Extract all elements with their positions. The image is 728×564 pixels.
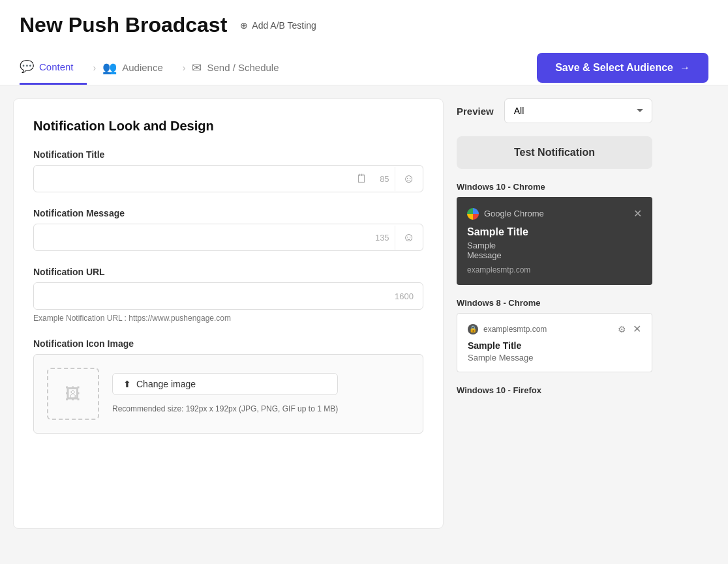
test-notification-button[interactable]: Test Notification: [457, 136, 652, 169]
step-content-label: Content: [39, 61, 74, 72]
header: New Push Broadcast ⊕ Add A/B Testing 💬 C…: [0, 0, 728, 85]
right-panel: Preview All Windows 10 - Chrome Windows …: [444, 85, 665, 542]
step-audience[interactable]: 👥 Audience: [102, 52, 176, 84]
step-send-schedule[interactable]: ✉ Send / Schedule: [192, 52, 292, 84]
steps-nav: 💬 Content › 👥 Audience › ✉ Send / Schedu…: [20, 50, 292, 85]
save-btn-label: Save & Select Audience: [555, 62, 673, 74]
chevron-2: ›: [183, 63, 186, 73]
notification-url-label: Notification URL: [33, 267, 423, 277]
notification-title-label: Notification Title: [33, 149, 423, 160]
win8-actions: ⚙ ✕: [618, 323, 641, 335]
test-notification-label: Test Notification: [514, 147, 595, 158]
win10-close-icon[interactable]: ✕: [633, 207, 642, 220]
change-image-upload-icon: ⬆: [123, 379, 131, 389]
section-title: Notification Look and Design: [33, 119, 423, 134]
win8-chrome-notification: 🔒 examplesmtp.com ⚙ ✕ Sample Title Sampl…: [457, 313, 652, 372]
send-step-icon: ✉: [192, 61, 202, 75]
win8-site-name: examplesmtp.com: [483, 325, 613, 334]
image-upload-info: ⬆ Change image Recommended size: 192px x…: [112, 373, 338, 415]
win8-chrome-notif-header: 🔒 examplesmtp.com ⚙ ✕: [468, 323, 641, 335]
preview-row: Preview All Windows 10 - Chrome Windows …: [457, 98, 652, 123]
notification-url-input-wrapper: 1600: [33, 282, 423, 310]
win10-chrome-os-label: Windows 10 - Chrome: [457, 182, 652, 192]
url-counter: 1600: [386, 291, 423, 301]
win10-chrome-preview-section: Windows 10 - Chrome Google Chrome ✕ Samp…: [457, 182, 652, 285]
win8-notif-message: Sample Message: [468, 353, 641, 363]
image-hint: Recommended size: 192px x 192px (JPG, PN…: [112, 403, 338, 415]
win10-chrome-notif-header: Google Chrome ✕: [467, 207, 642, 220]
notification-message-label: Notification Message: [33, 208, 423, 218]
page-title: New Push Broadcast: [20, 13, 227, 37]
notification-message-input-wrapper: 135 ☺: [33, 224, 423, 251]
save-select-audience-button[interactable]: Save & Select Audience →: [537, 53, 708, 83]
step-content[interactable]: 💬 Content: [20, 50, 87, 85]
main-layout: Notification Look and Design Notificatio…: [0, 85, 728, 542]
win10-firefox-os-label: Windows 10 - Firefox: [457, 385, 652, 395]
message-counter: 135: [370, 233, 395, 243]
url-hint: Example Notification URL : https://www.p…: [33, 314, 423, 323]
add-ab-testing-button[interactable]: ⊕ Add A/B Testing: [240, 20, 316, 31]
preview-label: Preview: [457, 106, 494, 117]
change-image-button[interactable]: ⬆ Change image: [112, 373, 338, 395]
notification-title-group: Notification Title 🗒 85 ☺: [33, 149, 423, 192]
content-step-icon: 💬: [20, 59, 34, 74]
image-placeholder: 🖼: [47, 368, 99, 420]
notification-icon-image-group: Notification Icon Image 🖼 ⬆ Change image…: [33, 338, 423, 434]
add-ab-label: Add A/B Testing: [252, 20, 316, 31]
win10-firefox-preview-section: Windows 10 - Firefox: [457, 385, 652, 400]
win10-notif-title: Sample Title: [467, 226, 642, 238]
win8-site-icon: 🔒: [468, 324, 478, 334]
title-emoji-icon[interactable]: ☺: [395, 167, 423, 191]
win8-chrome-preview-section: Windows 8 - Chrome 🔒 examplesmtp.com ⚙ ✕…: [457, 298, 652, 372]
win8-gear-icon[interactable]: ⚙: [618, 324, 626, 334]
win8-chrome-os-label: Windows 8 - Chrome: [457, 298, 652, 308]
preview-select[interactable]: All Windows 10 - Chrome Windows 8 - Chro…: [504, 98, 652, 123]
notification-title-input-wrapper: 🗒 85 ☺: [33, 165, 423, 192]
header-nav-row: 💬 Content › 👥 Audience › ✉ Send / Schedu…: [20, 50, 708, 85]
title-counter: 85: [374, 174, 394, 184]
win8-notif-title: Sample Title: [468, 340, 641, 351]
image-placeholder-icon: 🖼: [65, 385, 81, 403]
chrome-icon: [467, 208, 479, 220]
notification-url-input[interactable]: [34, 283, 386, 309]
change-image-label: Change image: [136, 379, 196, 389]
step-audience-label: Audience: [122, 62, 163, 73]
win10-chrome-notification: Google Chrome ✕ Sample Title SampleMessa…: [457, 197, 652, 285]
notification-title-input[interactable]: [34, 166, 350, 192]
win10-notif-url: examplesmtp.com: [467, 265, 642, 275]
add-ab-icon: ⊕: [240, 20, 248, 31]
left-panel: Notification Look and Design Notificatio…: [13, 98, 444, 529]
image-upload-area: 🖼 ⬆ Change image Recommended size: 192px…: [33, 354, 423, 434]
notification-message-input[interactable]: [34, 224, 370, 250]
notification-message-group: Notification Message 135 ☺: [33, 208, 423, 251]
win10-notif-message: SampleMessage: [467, 241, 642, 260]
win8-close-icon[interactable]: ✕: [633, 323, 641, 335]
title-document-icon: 🗒: [350, 172, 374, 186]
icon-image-label: Notification Icon Image: [33, 338, 423, 349]
notification-url-group: Notification URL 1600 Example Notificati…: [33, 267, 423, 323]
save-btn-arrow: →: [680, 62, 690, 74]
message-emoji-icon[interactable]: ☺: [395, 226, 423, 250]
win10-browser-name: Google Chrome: [484, 209, 628, 218]
chevron-1: ›: [93, 63, 97, 73]
header-top: New Push Broadcast ⊕ Add A/B Testing: [20, 13, 708, 37]
step-send-label: Send / Schedule: [207, 62, 279, 73]
audience-step-icon: 👥: [102, 61, 117, 75]
